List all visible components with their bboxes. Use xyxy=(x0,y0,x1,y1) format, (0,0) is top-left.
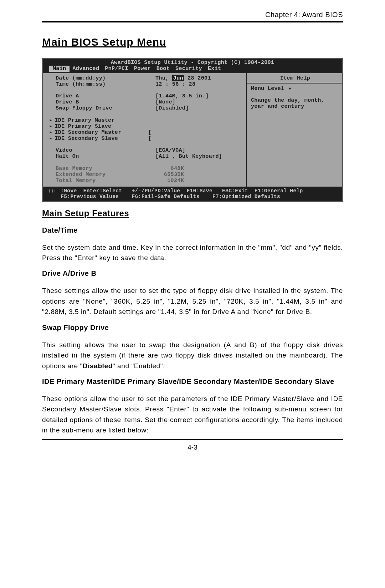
bios-extmem-value: 65535K xyxy=(155,172,184,178)
header-rule xyxy=(42,21,343,22)
bios-ide-pm: IDE Primary Master xyxy=(55,117,114,123)
bios-screenshot: AwardBIOS Setup Utility - Copyright (C) … xyxy=(42,58,343,202)
bios-swap-label: Swap Floppy Drive xyxy=(56,105,155,111)
triangle-icon xyxy=(49,136,55,142)
bios-drivea-label: Drive A xyxy=(56,93,155,99)
triangle-icon xyxy=(49,117,55,123)
bios-swap-value: [Disabled] xyxy=(155,105,244,111)
bios-left-panel: Date (mm:dd:yy) Thu, Jun 28 2001 Time (h… xyxy=(43,73,246,187)
bios-help-title: Item Help xyxy=(251,75,339,81)
bios-driveb-value: [None] xyxy=(155,99,244,105)
bios-title: AwardBIOS Setup Utility - Copyright (C) … xyxy=(43,59,342,66)
bios-tab-pnp: PnP/PCI xyxy=(102,66,131,72)
para-date-time: Set the system date and time. Key in the… xyxy=(42,242,343,263)
bios-tab-exit: Exit xyxy=(205,66,224,72)
bios-date-label: Date (mm:dd:yy) xyxy=(56,75,155,81)
bios-tab-boot: Boot xyxy=(154,66,173,72)
bios-halt-label: Halt On xyxy=(56,153,155,159)
subhead-date-time: Date/Time xyxy=(42,226,343,234)
triangle-icon xyxy=(49,130,55,136)
bios-tab-security: Security xyxy=(173,66,205,72)
bios-video-value: [EGA/VGA] xyxy=(155,147,244,153)
para-ide: These options allow the user to set the … xyxy=(42,394,343,436)
para-swap-floppy: This setting allows the user to swap the… xyxy=(42,340,343,371)
footer-rule xyxy=(42,439,343,440)
chapter-header: Chapter 4: Award BIOS xyxy=(42,11,343,19)
page-number: 4-3 xyxy=(42,443,343,451)
bios-ide-sm: IDE Secondary Master xyxy=(55,130,148,136)
bios-totalmem-label: Total Memory xyxy=(56,178,155,184)
bios-date-value: Thu, Jun 28 2001 xyxy=(155,75,244,81)
triangle-icon xyxy=(49,123,55,130)
bios-ide-sm-val: [ xyxy=(148,130,244,136)
bios-help-panel: Item Help Menu Level Change the day, mon… xyxy=(246,73,342,187)
bios-basemem-value: 648K xyxy=(155,166,184,172)
bios-tab-power: Power xyxy=(131,66,154,72)
page-title: Main BIOS Setup Menu xyxy=(42,36,343,48)
bios-ide-ss-val: [ xyxy=(148,136,244,142)
bios-basemem-label: Base Memory xyxy=(56,166,155,172)
bios-driveb-label: Drive B xyxy=(56,99,155,105)
bios-drivea-value: [1.44M, 3.5 in.] xyxy=(155,93,244,99)
section-main-setup-features: Main Setup Features xyxy=(42,208,343,218)
bios-help-desc1: Change the day, month, xyxy=(251,97,339,103)
subhead-ide: IDE Primary Master/IDE Primary Slave/IDE… xyxy=(42,377,343,386)
bios-menu-level: Menu Level xyxy=(251,86,339,92)
bios-tab-advanced: Advanced xyxy=(70,66,102,72)
bios-tab-main: Main xyxy=(49,66,70,72)
para-drive-ab: These settings allow the user to set the… xyxy=(42,285,343,317)
subhead-swap-floppy: Swap Floppy Drive xyxy=(42,324,343,332)
bios-halt-value: [All , But Keyboard] xyxy=(155,153,244,159)
bios-time-value: 12 : 56 : 28 xyxy=(155,81,244,87)
bios-totalmem-value: 1024K xyxy=(155,178,184,184)
bios-footer: ↑↓←→:Move Enter:Select +/-/PU/PD:Value F… xyxy=(43,187,342,201)
bios-ide-ps: IDE Primary Slave xyxy=(55,123,111,130)
bios-help-desc2: year and century xyxy=(251,103,339,110)
bios-video-label: Video xyxy=(56,147,155,153)
bios-time-label: Time (hh:mm:ss) xyxy=(56,81,155,87)
bios-menubar: MainAdvancedPnP/PCIPowerBootSecurityExit xyxy=(43,66,342,72)
bios-ide-ss: IDE Secondary Slave xyxy=(55,136,148,142)
bios-extmem-label: Extended Memory xyxy=(56,172,155,178)
subhead-drive-ab: Drive A/Drive B xyxy=(42,269,343,278)
